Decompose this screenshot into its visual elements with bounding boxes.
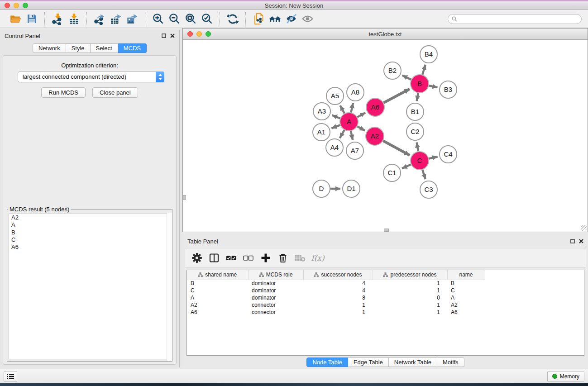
graph-edge-A6-B[interactable] bbox=[384, 89, 410, 103]
graph-edge-C-C4[interactable] bbox=[429, 157, 437, 158]
table-cell[interactable]: 1 bbox=[373, 287, 447, 294]
tab-node-table[interactable]: Node Table bbox=[306, 357, 348, 367]
graph-edge-B-B1[interactable] bbox=[417, 93, 418, 101]
table-cell[interactable]: 1 bbox=[373, 309, 447, 316]
float-panel-icon[interactable] bbox=[162, 33, 166, 38]
graph-edge-A-A6[interactable] bbox=[357, 113, 365, 117]
apply-layout-refresh-icon[interactable] bbox=[225, 11, 241, 27]
save-session-icon[interactable] bbox=[24, 11, 40, 27]
graph-edge-A2-C[interactable] bbox=[383, 141, 410, 155]
graph-node-A7[interactable]: A7 bbox=[346, 142, 363, 159]
export-network-icon[interactable] bbox=[91, 11, 108, 27]
table-cell[interactable]: C bbox=[187, 287, 248, 294]
delete-columns-trash-icon[interactable] bbox=[276, 251, 290, 265]
open-session-icon[interactable] bbox=[7, 11, 24, 27]
zoom-selected-icon[interactable] bbox=[199, 11, 215, 27]
graph-edge-B-B3[interactable] bbox=[429, 86, 438, 87]
network-minimize-button[interactable] bbox=[196, 31, 202, 37]
column-header-name[interactable]: name bbox=[447, 270, 485, 280]
graph-node-C[interactable]: C bbox=[411, 152, 429, 170]
table-row[interactable]: Bdominator41B bbox=[187, 280, 584, 287]
search-field[interactable] bbox=[448, 14, 582, 24]
result-item[interactable]: A bbox=[9, 221, 170, 229]
graph-edge-A-A5[interactable] bbox=[340, 105, 344, 113]
graph-node-A5[interactable]: A5 bbox=[326, 87, 344, 105]
table-cell[interactable]: dominator bbox=[248, 287, 303, 294]
table-cell[interactable]: A bbox=[187, 294, 248, 301]
graph-node-B4[interactable]: B4 bbox=[420, 46, 437, 63]
minimize-window-button[interactable] bbox=[14, 3, 19, 8]
graph-node-C4[interactable]: C4 bbox=[440, 146, 457, 163]
select-all-columns-icon[interactable] bbox=[224, 251, 239, 265]
close-window-button[interactable] bbox=[5, 3, 10, 8]
result-item[interactable]: C bbox=[9, 236, 170, 243]
table-cell[interactable]: 1 bbox=[373, 301, 447, 309]
close-panel-icon[interactable] bbox=[170, 33, 175, 38]
tab-motifs[interactable]: Motifs bbox=[437, 357, 464, 367]
graph-node-B1[interactable]: B1 bbox=[406, 103, 424, 120]
table-cell[interactable]: A6 bbox=[447, 309, 485, 316]
graph-edge-C-C2[interactable] bbox=[417, 143, 418, 152]
graph-node-A2[interactable]: A2 bbox=[366, 127, 384, 145]
table-cell[interactable]: dominator bbox=[248, 280, 303, 287]
table-cell[interactable]: A6 bbox=[187, 309, 248, 316]
result-item[interactable]: B bbox=[9, 229, 170, 236]
zoom-fit-icon[interactable] bbox=[182, 11, 199, 27]
column-header-shared-name[interactable]: shared name bbox=[187, 270, 248, 280]
graph-node-A6[interactable]: A6 bbox=[366, 98, 384, 116]
column-header-mcds-role[interactable]: MCDS role bbox=[248, 270, 303, 280]
canvas-vertical-scroll-thumb[interactable] bbox=[183, 195, 186, 200]
graph-node-A1[interactable]: A1 bbox=[313, 124, 330, 141]
table-row[interactable]: A2connector11A2 bbox=[187, 301, 584, 309]
column-header-successor-nodes[interactable]: successor nodes bbox=[303, 270, 373, 280]
graph-node-A4[interactable]: A4 bbox=[326, 139, 343, 156]
task-history-button[interactable] bbox=[4, 371, 17, 382]
graph-edge-A-A4[interactable] bbox=[340, 130, 344, 138]
table-cell[interactable]: B bbox=[447, 280, 485, 287]
export-image-icon[interactable] bbox=[124, 11, 140, 27]
network-zoom-button[interactable] bbox=[206, 31, 211, 37]
table-cell[interactable]: 8 bbox=[303, 294, 373, 301]
create-column-plus-icon[interactable] bbox=[258, 251, 273, 265]
graph-node-A8[interactable]: A8 bbox=[347, 84, 364, 101]
tab-network[interactable]: Network bbox=[33, 43, 66, 53]
zoom-out-icon[interactable] bbox=[166, 11, 182, 27]
graph-edge-C-C3[interactable] bbox=[422, 170, 425, 179]
canvas-horizontal-scroll-thumb[interactable] bbox=[384, 229, 389, 232]
float-panel-icon[interactable] bbox=[570, 239, 575, 243]
table-cell[interactable]: B bbox=[187, 280, 248, 287]
column-header-predecessor-nodes[interactable]: predecessor nodes bbox=[373, 270, 447, 280]
graph-node-A[interactable]: A bbox=[340, 113, 358, 131]
graph-edge-A-A8[interactable] bbox=[351, 103, 353, 112]
tab-mcds[interactable]: MCDS bbox=[118, 43, 147, 53]
table-cell[interactable]: 4 bbox=[303, 287, 373, 294]
graph-node-D1[interactable]: D1 bbox=[343, 180, 360, 197]
table-cell[interactable]: dominator bbox=[248, 294, 303, 301]
graph-node-C1[interactable]: C1 bbox=[383, 164, 401, 181]
table-row[interactable]: Cdominator41C bbox=[187, 287, 584, 294]
network-close-button[interactable] bbox=[187, 31, 193, 37]
graph-node-C3[interactable]: C3 bbox=[420, 181, 437, 198]
graph-edge-C-C1[interactable] bbox=[402, 164, 411, 168]
delete-table-icon[interactable] bbox=[293, 251, 307, 265]
tab-select[interactable]: Select bbox=[91, 43, 118, 53]
first-neighbors-home-icon[interactable] bbox=[267, 11, 283, 27]
graph-edge-A-A1[interactable] bbox=[331, 125, 340, 128]
graph-node-A3[interactable]: A3 bbox=[313, 103, 330, 120]
zoom-window-button[interactable] bbox=[23, 3, 28, 8]
run-mcds-button[interactable]: Run MCDS bbox=[41, 87, 86, 98]
graph-node-C2[interactable]: C2 bbox=[406, 123, 424, 140]
graph-edge-B-B2[interactable] bbox=[402, 75, 411, 79]
table-cell[interactable]: 1 bbox=[373, 280, 447, 287]
table-cell[interactable]: A2 bbox=[447, 301, 485, 309]
table-settings-gear-icon[interactable] bbox=[190, 251, 204, 265]
hide-graphics-details-icon[interactable] bbox=[283, 11, 299, 27]
close-panel-icon[interactable] bbox=[579, 239, 583, 243]
tab-network-table[interactable]: Network Table bbox=[389, 357, 437, 367]
memory-button[interactable]: Memory bbox=[547, 371, 584, 382]
graph-edge-A-A7[interactable] bbox=[351, 131, 353, 140]
result-item[interactable]: A6 bbox=[9, 243, 170, 251]
table-cell[interactable]: 1 bbox=[303, 309, 373, 316]
table-cell[interactable]: 0 bbox=[373, 294, 447, 301]
clone-network-icon[interactable] bbox=[250, 11, 267, 27]
